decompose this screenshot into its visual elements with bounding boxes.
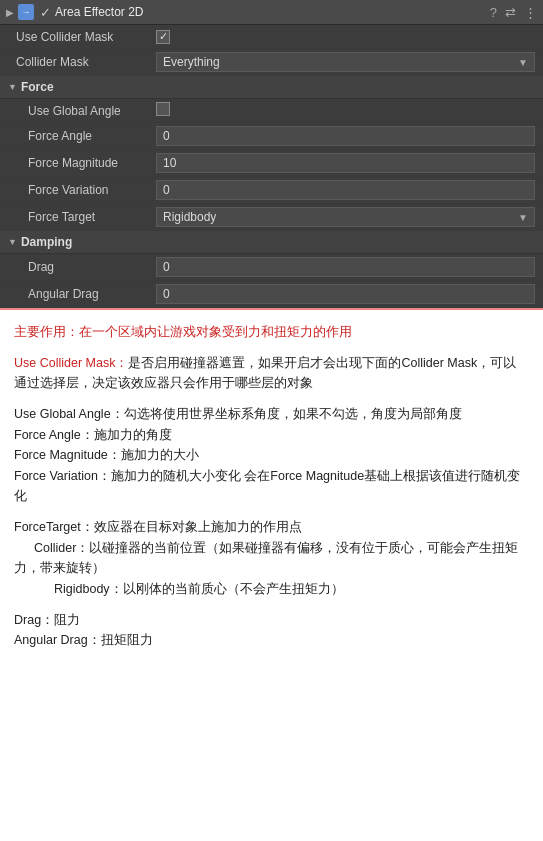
force-magnitude-value[interactable]: 10: [156, 153, 535, 173]
settings-icon[interactable]: ⇄: [505, 5, 516, 20]
use-global-angle-checkbox[interactable]: [156, 102, 170, 116]
force-angle-input[interactable]: 0: [156, 126, 535, 146]
angular-drag-label: Angular Drag: [16, 287, 156, 301]
force-target-value[interactable]: Rigidbody ▼: [156, 207, 535, 227]
collider-mask-row: Collider Mask Everything ▼: [0, 49, 543, 76]
force-angle-row: Force Angle 0: [0, 123, 543, 150]
force-magnitude-row: Force Magnitude 10: [0, 150, 543, 177]
inspector-header: ▶ → ✓ Area Effector 2D ? ⇄ ⋮: [0, 0, 543, 25]
enabled-checkmark[interactable]: ✓: [40, 5, 51, 20]
component-icon: →: [18, 4, 34, 20]
drag-value[interactable]: 0: [156, 257, 535, 277]
use-collider-mask-label: Use Collider Mask: [16, 30, 156, 44]
collider-mask-dropdown[interactable]: Everything ▼: [156, 52, 535, 72]
collider-mask-value[interactable]: Everything ▼: [156, 52, 535, 72]
damping-section-header[interactable]: ▼ Damping: [0, 231, 543, 254]
force-target-dropdown[interactable]: Rigidbody ▼: [156, 207, 535, 227]
component-title: Area Effector 2D: [55, 5, 486, 19]
drag-desc: Drag：阻力 Angular Drag：扭矩阻力: [14, 610, 529, 651]
use-global-angle-label: Use Global Angle: [16, 104, 156, 118]
header-icons: ? ⇄ ⋮: [490, 5, 537, 20]
force-target-desc: ForceTarget：效应器在目标对象上施加力的作用点 Collider：以碰…: [14, 517, 529, 600]
angular-drag-row: Angular Drag 0: [0, 281, 543, 308]
main-purpose-text: 主要作用：在一个区域内让游戏对象受到力和扭矩力的作用: [14, 322, 529, 343]
use-global-angle-desc: Use Global Angle：勾选将使用世界坐标系角度，如果不勾选，角度为局…: [14, 404, 529, 507]
use-collider-mask-desc: Use Collider Mask：是否启用碰撞器遮置，如果开启才会出现下面的C…: [14, 353, 529, 394]
inspector-panel: ▶ → ✓ Area Effector 2D ? ⇄ ⋮ Use Collide…: [0, 0, 543, 308]
use-collider-mask-checkbox[interactable]: [156, 30, 170, 44]
rigidbody-sub-desc: Rigidbody：以刚体的当前质心（不会产生扭矩力）: [54, 582, 344, 596]
force-variation-value[interactable]: 0: [156, 180, 535, 200]
drag-input[interactable]: 0: [156, 257, 535, 277]
force-target-row: Force Target Rigidbody ▼: [0, 204, 543, 231]
menu-icon[interactable]: ⋮: [524, 5, 537, 20]
use-collider-mask-row: Use Collider Mask: [0, 25, 543, 49]
force-angle-label: Force Angle: [16, 129, 156, 143]
force-magnitude-label: Force Magnitude: [16, 156, 156, 170]
force-target-label: Force Target: [16, 210, 156, 224]
collider-sub-desc: Collider：以碰撞器的当前位置（如果碰撞器有偏移，没有位于质心，可能会产生…: [14, 541, 518, 576]
collider-mask-label: Collider Mask: [16, 55, 156, 69]
force-triangle-icon: ▼: [8, 82, 17, 92]
dropdown-arrow-icon: ▼: [518, 57, 528, 68]
description-area: 主要作用：在一个区域内让游戏对象受到力和扭矩力的作用 Use Collider …: [0, 308, 543, 663]
drag-row: Drag 0: [0, 254, 543, 281]
damping-section-label: Damping: [21, 235, 72, 249]
force-variation-label: Force Variation: [16, 183, 156, 197]
force-target-arrow-icon: ▼: [518, 212, 528, 223]
use-global-angle-value: [156, 102, 535, 119]
force-angle-value[interactable]: 0: [156, 126, 535, 146]
angular-drag-input[interactable]: 0: [156, 284, 535, 304]
use-global-angle-row: Use Global Angle: [0, 99, 543, 123]
angular-drag-value[interactable]: 0: [156, 284, 535, 304]
force-variation-row: Force Variation 0: [0, 177, 543, 204]
force-section-label: Force: [21, 80, 54, 94]
force-variation-input[interactable]: 0: [156, 180, 535, 200]
force-section-header[interactable]: ▼ Force: [0, 76, 543, 99]
force-magnitude-input[interactable]: 10: [156, 153, 535, 173]
help-icon[interactable]: ?: [490, 5, 497, 20]
damping-triangle-icon: ▼: [8, 237, 17, 247]
collapse-arrow-icon[interactable]: ▶: [6, 7, 14, 18]
use-collider-mask-value: [156, 29, 535, 44]
drag-label: Drag: [16, 260, 156, 274]
